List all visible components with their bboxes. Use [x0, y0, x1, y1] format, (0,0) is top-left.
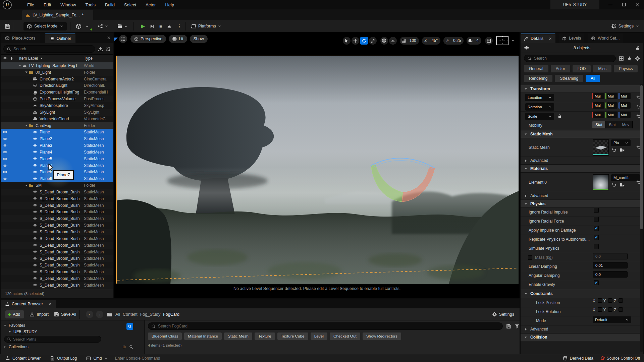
outliner-row[interactable]: S_Dead_Broom_Bush StaticMesh: [1, 242, 113, 249]
outliner-row[interactable]: S_Dead_Broom_Bush StaticMesh: [1, 195, 113, 202]
details-settings-icon[interactable]: [635, 56, 640, 61]
outliner-search-input[interactable]: [13, 47, 92, 51]
save-button[interactable]: [5, 23, 10, 29]
lock-x-checkbox[interactable]: ✔: [598, 307, 602, 312]
location-dropdown[interactable]: Location: [525, 94, 554, 101]
filter-chip[interactable]: All: [586, 75, 600, 82]
outliner-row[interactable]: SkyAtmosphere SkyAtmosp: [1, 102, 113, 109]
menu-item[interactable]: Window: [56, 1, 80, 9]
rotation-snap-button[interactable]: ∠: [422, 37, 430, 45]
rotation-z-field[interactable]: Mul: [619, 102, 631, 109]
visibility-eye-icon[interactable]: [1, 143, 9, 148]
column-type[interactable]: Type: [84, 56, 93, 61]
launch-button[interactable]: [167, 23, 172, 28]
outliner-row[interactable]: ExponentialHeightFog ExponentialH: [1, 89, 113, 96]
mobility-option[interactable]: Stat: [592, 121, 606, 128]
outliner-row[interactable]: Plane2 StaticMesh: [1, 135, 113, 142]
forward-button[interactable]: ›: [96, 311, 103, 318]
rotation-y-field[interactable]: Mul: [605, 102, 618, 109]
level-tab[interactable]: LV_Lighting_Sample_Fo... *: [22, 10, 93, 20]
outliner-row[interactable]: S_Dead_Broom_Bush StaticMesh: [1, 229, 113, 235]
override-checkbox[interactable]: ✔: [528, 255, 532, 260]
cb-settings-dropdown[interactable]: Settings: [492, 312, 514, 317]
rotate-tool-button[interactable]: [360, 37, 368, 45]
location-z-field[interactable]: Mul: [619, 93, 631, 99]
scale-dropdown[interactable]: Scale: [525, 113, 554, 120]
outliner-row[interactable]: S_Dead_Broom_Bush StaticMesh: [1, 268, 113, 275]
outliner-row[interactable]: SkyLight SkyLight: [1, 109, 113, 116]
asset-filter-chip[interactable]: Static Mesh: [224, 333, 252, 340]
outliner-row[interactable]: S_Dead_Broom_Bush StaticMesh: [1, 222, 113, 229]
section-physics[interactable]: Physics: [521, 200, 643, 208]
lock-z-checkbox[interactable]: ✔: [619, 307, 623, 312]
lock-y-checkbox[interactable]: ✔: [608, 307, 612, 312]
viewport-panel[interactable]: Perspective Lit Show 100 ∠ 45° ⇗: [114, 32, 520, 298]
search-collections-icon[interactable]: [129, 345, 133, 349]
grid-snap-button[interactable]: [400, 37, 408, 45]
asset-filter-chip[interactable]: Show Redirectors: [363, 333, 401, 340]
material-thumbnail[interactable]: [593, 174, 609, 190]
filter-funnel-icon[interactable]: [515, 324, 520, 329]
filter-chip[interactable]: Actor: [551, 65, 570, 72]
row-advanced-materials[interactable]: Advanced: [521, 192, 643, 200]
source-control-button[interactable]: Source Control Off: [601, 356, 640, 361]
scale-lock-icon[interactable]: [557, 114, 562, 118]
tab-outliner[interactable]: Outliner: [45, 34, 75, 43]
breadcrumb-item[interactable]: Content: [123, 312, 138, 317]
outliner-row[interactable]: 00_Light Folder: [1, 69, 113, 76]
rotation-x-field[interactable]: Mul: [592, 102, 604, 109]
pin-column-icon[interactable]: [9, 56, 14, 61]
play-button[interactable]: ▶: [141, 23, 145, 29]
checkbox[interactable]: ✔: [594, 235, 599, 240]
outliner-row[interactable]: CardFog Folder: [1, 122, 113, 129]
move-tool-button[interactable]: [352, 37, 359, 45]
filter-chip[interactable]: Rendering: [524, 75, 552, 82]
outliner-row[interactable]: PostProcessVolume PostProces: [1, 96, 113, 102]
section-transform[interactable]: Transform: [521, 85, 643, 93]
outliner-row[interactable]: Plane StaticMesh: [1, 129, 113, 135]
angular-damping-field[interactable]: 0.0: [593, 271, 628, 278]
search-paths-input[interactable]: [13, 337, 98, 341]
expand-caret-icon[interactable]: [24, 124, 28, 127]
row-advanced-physics[interactable]: Advanced: [521, 325, 643, 333]
scale-x-field[interactable]: Mul: [592, 112, 604, 118]
grid-snap-value[interactable]: 100: [407, 37, 419, 45]
select-mode-dropdown[interactable]: Select Mode: [23, 22, 67, 31]
viewport-layout-button[interactable]: [485, 37, 493, 45]
lock-z-checkbox[interactable]: ✔: [619, 298, 623, 303]
details-search-input[interactable]: [534, 56, 612, 61]
asset-filter-chip[interactable]: Texture Cube: [277, 333, 308, 340]
checkbox[interactable]: ✔: [594, 244, 599, 249]
import-button[interactable]: Import: [30, 312, 48, 317]
lock-y-checkbox[interactable]: ✔: [608, 298, 612, 303]
mobility-option[interactable]: Stat: [606, 121, 619, 128]
menu-item[interactable]: File: [23, 1, 38, 9]
visibility-eye-icon[interactable]: [1, 163, 9, 168]
menu-item[interactable]: Actor: [142, 1, 160, 9]
asset-filter-chip[interactable]: Blueprint Class: [148, 333, 182, 340]
camera-speed-button[interactable]: [467, 37, 474, 45]
tab-levels[interactable]: Levels: [559, 34, 584, 43]
asset-filter-chip[interactable]: Checked Out: [330, 333, 360, 340]
surface-snap-button[interactable]: [389, 37, 397, 45]
chevron-down-icon[interactable]: [511, 39, 515, 43]
add-actor-button[interactable]: +: [74, 22, 91, 31]
outliner-row[interactable]: S_Dead_Broom_Bush StaticMesh: [1, 189, 113, 195]
outliner-row[interactable]: S_Dead_Broom_Bush StaticMesh: [1, 282, 113, 289]
menu-item[interactable]: Tools: [82, 1, 100, 9]
outliner-row[interactable]: S_Dead_Broom_Bush StaticMesh: [1, 215, 113, 222]
viewport-render[interactable]: [116, 56, 518, 284]
unlock-icon[interactable]: [635, 46, 640, 50]
save-all-button[interactable]: Save All: [54, 312, 76, 317]
close-button[interactable]: [631, 0, 644, 9]
eye-column-icon[interactable]: [1, 56, 9, 61]
output-log-button[interactable]: Output Log: [50, 356, 77, 361]
outliner-row[interactable]: S_Dead_Broom_Bush StaticMesh: [1, 235, 113, 242]
rotation-snap-value[interactable]: 45°: [429, 37, 440, 45]
expand-caret-icon[interactable]: [24, 70, 28, 74]
rotation-dropdown[interactable]: Rotation: [525, 103, 554, 111]
details-scrollbar-thumb[interactable]: [640, 85, 643, 229]
new-item-icon[interactable]: [98, 47, 103, 52]
outliner-row[interactable]: S_Dead_Broom_Bush StaticMesh: [1, 202, 113, 209]
filter-chip[interactable]: Physics: [614, 65, 638, 72]
